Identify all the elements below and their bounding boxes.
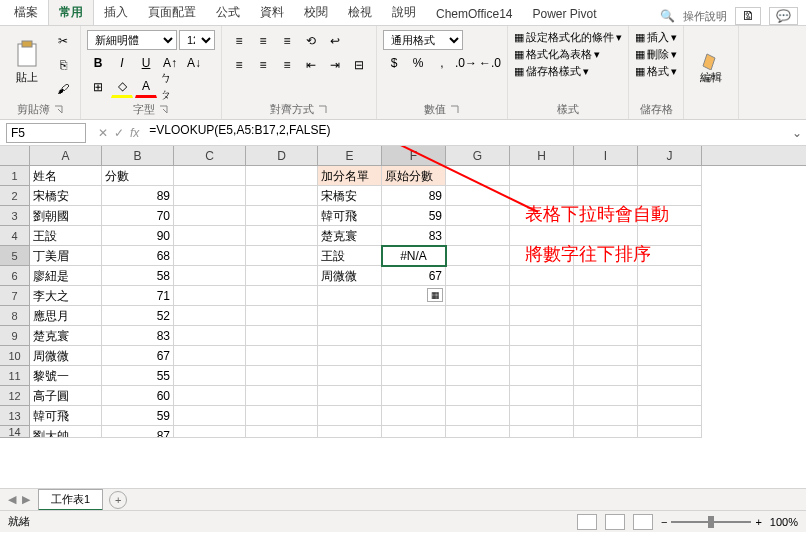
cancel-icon[interactable]: ✕ — [98, 126, 108, 140]
col-header[interactable]: B — [102, 146, 174, 165]
tab-layout[interactable]: 頁面配置 — [138, 0, 206, 25]
col-header[interactable]: C — [174, 146, 246, 165]
clipboard-icon — [14, 40, 40, 70]
delete-cells[interactable]: ▦ 刪除 ▾ — [635, 47, 677, 62]
conditional-format[interactable]: ▦ 設定格式化的條件 ▾ — [514, 30, 622, 45]
page-layout-view[interactable] — [605, 514, 625, 530]
tab-pivot[interactable]: Power Pivot — [522, 3, 606, 25]
bold-button[interactable]: B — [87, 52, 109, 74]
column-headers: A B C D E F G H I J — [0, 146, 806, 166]
currency[interactable]: $ — [383, 52, 405, 74]
tab-view[interactable]: 檢視 — [338, 0, 382, 25]
decrease-indent[interactable]: ⇤ — [300, 54, 322, 76]
col-header[interactable]: G — [446, 146, 510, 165]
share-button[interactable]: 🖻 — [735, 7, 761, 25]
tab-chem[interactable]: ChemOffice14 — [426, 3, 522, 25]
align-center[interactable]: ≡ — [252, 54, 274, 76]
wrap-text[interactable]: ↩ — [324, 30, 346, 52]
tab-data[interactable]: 資料 — [250, 0, 294, 25]
fx-icon[interactable]: fx — [130, 126, 139, 140]
zoom-in[interactable]: + — [755, 516, 761, 528]
dialog-launcher-icon[interactable] — [450, 105, 460, 115]
col-header[interactable]: A — [30, 146, 102, 165]
page-break-view[interactable] — [633, 514, 653, 530]
col-header[interactable]: D — [246, 146, 318, 165]
grid: A B C D E F G H I J 1姓名分數加分名單原始分數 2宋橋安89… — [0, 146, 806, 510]
group-number: 通用格式 $ % , .0→ ←.0 數值 — [377, 26, 508, 119]
tab-help[interactable]: 說明 — [382, 0, 426, 25]
increase-decimal[interactable]: .0→ — [455, 52, 477, 74]
orientation[interactable]: ⟲ — [300, 30, 322, 52]
search-icon[interactable]: 🔍 — [660, 9, 675, 23]
align-top[interactable]: ≡ — [228, 30, 250, 52]
underline-button[interactable]: U — [135, 52, 157, 74]
group-styles: ▦ 設定格式化的條件 ▾ ▦ 格式化為表格 ▾ ▦ 儲存格樣式 ▾ 樣式 — [508, 26, 629, 119]
comments-button[interactable]: 💬 — [769, 7, 798, 25]
format-painter[interactable]: 🖌 — [52, 78, 74, 100]
dialog-launcher-icon[interactable] — [54, 105, 64, 115]
status-bar: 就緒 − + 100% — [0, 510, 806, 532]
zoom-slider[interactable]: − + — [661, 516, 762, 528]
enter-icon[interactable]: ✓ — [114, 126, 124, 140]
zoom-out[interactable]: − — [661, 516, 667, 528]
sheet-tab[interactable]: 工作表1 — [38, 489, 103, 511]
align-right[interactable]: ≡ — [276, 54, 298, 76]
ribbon: 貼上 ✂ ⎘ 🖌 剪貼簿 新細明體 12 B I U A↑ A↓ ⊞ — [0, 26, 806, 120]
increase-indent[interactable]: ⇥ — [324, 54, 346, 76]
percent[interactable]: % — [407, 52, 429, 74]
active-cell[interactable]: #N/A — [382, 246, 446, 266]
pencil-icon — [701, 40, 721, 70]
border-button[interactable]: ⊞ — [87, 76, 109, 98]
editing-button[interactable]: 編輯 — [690, 30, 732, 94]
formula-bar: F5 ✕ ✓ fx =VLOOKUP(E5,A5:B17,2,FALSE) ⌄ — [0, 120, 806, 146]
zoom-level[interactable]: 100% — [770, 516, 798, 528]
merge-cells[interactable]: ⊟ — [348, 54, 370, 76]
tab-home[interactable]: 常用 — [48, 0, 94, 25]
name-box[interactable]: F5 — [6, 123, 86, 143]
col-header[interactable]: H — [510, 146, 574, 165]
comma[interactable]: , — [431, 52, 453, 74]
sheet-nav-next[interactable]: ▶ — [22, 493, 30, 506]
font-size-select[interactable]: 12 — [179, 30, 215, 50]
number-format-select[interactable]: 通用格式 — [383, 30, 463, 50]
svg-rect-1 — [22, 41, 32, 47]
decrease-font[interactable]: A↓ — [183, 52, 205, 74]
phonetic[interactable]: ㄅㄆ — [159, 76, 181, 98]
insert-cells[interactable]: ▦ 插入 ▾ — [635, 30, 677, 45]
group-editing: 編輯 — [684, 26, 739, 119]
tab-insert[interactable]: 插入 — [94, 0, 138, 25]
tab-formula[interactable]: 公式 — [206, 0, 250, 25]
expand-formula-bar[interactable]: ⌄ — [788, 126, 806, 140]
dialog-launcher-icon[interactable] — [318, 105, 328, 115]
formula-input[interactable]: =VLOOKUP(E5,A5:B17,2,FALSE) — [145, 123, 788, 143]
col-header[interactable]: E — [318, 146, 382, 165]
copy-button[interactable]: ⎘ — [52, 54, 74, 76]
cell-styles[interactable]: ▦ 儲存格樣式 ▾ — [514, 64, 622, 79]
fill-color[interactable]: ◇ — [111, 76, 133, 98]
format-cells[interactable]: ▦ 格式 ▾ — [635, 64, 677, 79]
align-left[interactable]: ≡ — [228, 54, 250, 76]
col-header[interactable]: J — [638, 146, 702, 165]
normal-view[interactable] — [577, 514, 597, 530]
format-as-table[interactable]: ▦ 格式化為表格 ▾ — [514, 47, 622, 62]
tab-file[interactable]: 檔案 — [4, 0, 48, 25]
dialog-launcher-icon[interactable] — [159, 105, 169, 115]
paste-button[interactable]: 貼上 — [6, 30, 48, 94]
sheet-nav-prev[interactable]: ◀ — [8, 493, 16, 506]
tell-me[interactable]: 操作說明 — [683, 9, 727, 24]
font-color[interactable]: A — [135, 76, 157, 98]
col-header[interactable]: I — [574, 146, 638, 165]
italic-button[interactable]: I — [111, 52, 133, 74]
font-name-select[interactable]: 新細明體 — [87, 30, 177, 50]
group-clipboard: 貼上 ✂ ⎘ 🖌 剪貼簿 — [0, 26, 81, 119]
col-header[interactable]: F — [382, 146, 446, 165]
cut-button[interactable]: ✂ — [52, 30, 74, 52]
tab-review[interactable]: 校閱 — [294, 0, 338, 25]
add-sheet-button[interactable]: + — [109, 491, 127, 509]
grid-body[interactable]: 1姓名分數加分名單原始分數 2宋橋安89宋橋安89 3劉朝國70韓可飛59 4王… — [0, 166, 806, 438]
align-bottom[interactable]: ≡ — [276, 30, 298, 52]
decrease-decimal[interactable]: ←.0 — [479, 52, 501, 74]
autofill-options-icon[interactable]: ▦ — [427, 288, 443, 302]
select-all[interactable] — [0, 146, 30, 165]
align-middle[interactable]: ≡ — [252, 30, 274, 52]
